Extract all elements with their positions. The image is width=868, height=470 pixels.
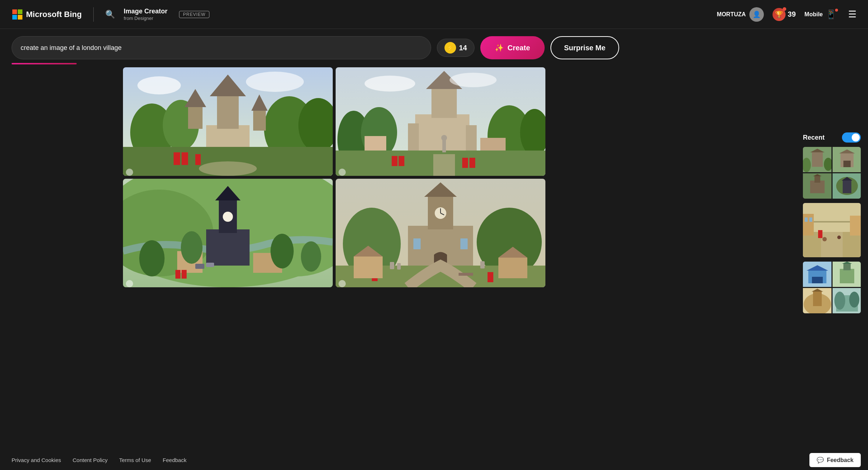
footer-content-policy[interactable]: Content Policy [73, 457, 108, 463]
svg-rect-61 [175, 270, 180, 279]
coins-count: 39 [788, 10, 796, 18]
svg-point-58 [181, 231, 203, 264]
image-cell-3[interactable] [123, 179, 333, 287]
svg-rect-79 [397, 263, 401, 270]
svg-point-132 [849, 292, 859, 308]
svg-rect-104 [843, 181, 851, 193]
recent-item-3[interactable] [803, 262, 861, 313]
preview-badge: PREVIEW [179, 11, 209, 18]
footer: Privacy and Cookies Content Policy Terms… [0, 450, 868, 470]
svg-point-59 [271, 234, 294, 268]
recent-toggle[interactable] [842, 132, 861, 143]
svg-rect-100 [814, 176, 820, 183]
svg-point-45 [450, 73, 497, 87]
svg-rect-83 [459, 273, 473, 276]
svg-rect-1 [18, 9, 22, 14]
recent-grid-item-4 [833, 173, 861, 199]
recent-grid-item-1 [803, 147, 831, 172]
svg-rect-18 [182, 152, 188, 165]
recent-item-2[interactable] [803, 203, 861, 257]
recent-grid-item-2 [833, 147, 861, 172]
svg-rect-120 [812, 277, 823, 283]
svg-rect-108 [803, 214, 814, 236]
header-left: Microsoft Bing 🔍 Image Creator from Desi… [12, 7, 209, 22]
feedback-icon: 💬 [817, 457, 824, 463]
header-right: MORTUZA 👤 🏆 39 Mobile 📱 ☰ [717, 7, 856, 22]
user-info[interactable]: MORTUZA 👤 [717, 7, 764, 22]
mobile-section[interactable]: Mobile 📱 [804, 9, 837, 20]
image-cell-4[interactable] [336, 179, 545, 287]
svg-rect-40 [462, 158, 468, 168]
recent-label: Recent [803, 134, 825, 141]
search-icon[interactable]: 🔍 [105, 10, 115, 19]
svg-rect-17 [174, 152, 180, 165]
bing-logo[interactable]: Microsoft Bing [12, 9, 82, 20]
footer-terms[interactable]: Terms of Use [119, 457, 151, 463]
svg-point-21 [137, 76, 181, 94]
image-cell-2[interactable] [336, 67, 545, 176]
svg-rect-39 [399, 156, 404, 166]
create-button[interactable]: ✨ Create [480, 36, 544, 59]
svg-rect-123 [843, 264, 851, 270]
svg-rect-115 [818, 230, 822, 238]
svg-point-44 [365, 76, 415, 92]
recent-item-1[interactable] [803, 147, 861, 199]
svg-rect-82 [488, 272, 493, 282]
mobile-icon: 📱 [826, 9, 837, 20]
create-label: Create [507, 44, 530, 52]
svg-rect-111 [850, 216, 861, 236]
surprise-me-button[interactable]: Surprise Me [550, 36, 619, 59]
footer-feedback-link[interactable]: Feedback [163, 457, 187, 463]
footer-feedback-button[interactable]: 💬 Feedback [809, 453, 861, 467]
svg-point-43 [441, 135, 447, 141]
image-creator-brand: Image Creator from Designer [124, 8, 167, 21]
svg-rect-75 [413, 238, 421, 249]
credits-pill: ⚡ 14 [437, 39, 475, 57]
image-creator-title: Image Creator [124, 8, 167, 16]
svg-rect-116 [814, 221, 850, 223]
image-creator-subtitle: from Designer [124, 16, 167, 21]
svg-rect-42 [442, 140, 446, 152]
svg-rect-122 [840, 269, 854, 283]
svg-rect-0 [12, 9, 17, 14]
coins-section[interactable]: 🏆 39 [773, 8, 796, 21]
bing-logo-text: Microsoft Bing [26, 10, 82, 19]
svg-rect-51 [206, 229, 250, 266]
tab-underline [12, 63, 77, 64]
search-bar-container: ⚡ 14 ✨ Create Surprise Me [0, 29, 868, 63]
images-grid [123, 67, 868, 287]
svg-point-131 [834, 292, 845, 310]
svg-point-88 [339, 280, 346, 287]
recent-grid-item-7 [803, 288, 831, 313]
recent-grid-item-3 [803, 173, 831, 199]
svg-point-20 [199, 161, 257, 176]
svg-rect-19 [195, 154, 201, 165]
svg-point-54 [223, 212, 233, 222]
svg-rect-80 [480, 261, 485, 268]
menu-button[interactable]: ☰ [848, 9, 856, 20]
right-sidebar: Recent [803, 132, 861, 318]
recent-grid-item-8 [833, 288, 861, 313]
image-cell-1[interactable] [123, 67, 333, 176]
svg-point-60 [301, 241, 321, 272]
svg-rect-84 [354, 257, 383, 278]
create-icon: ✨ [495, 43, 504, 52]
recent-header: Recent [803, 132, 861, 143]
feedback-label: Feedback [827, 457, 854, 463]
svg-rect-34 [408, 123, 419, 154]
search-input[interactable] [21, 44, 422, 52]
recent-grid-item-6 [833, 262, 861, 287]
svg-rect-10 [217, 96, 239, 129]
svg-rect-127 [813, 292, 822, 306]
header: Microsoft Bing 🔍 Image Creator from Desi… [0, 0, 868, 29]
svg-rect-76 [460, 238, 468, 249]
svg-rect-32 [431, 89, 457, 118]
footer-privacy[interactable]: Privacy and Cookies [12, 457, 61, 463]
svg-point-23 [126, 169, 133, 176]
svg-rect-41 [469, 158, 475, 168]
search-input-wrapper[interactable] [12, 36, 431, 59]
svg-rect-86 [498, 258, 527, 278]
recent-grid-item-5 [803, 262, 831, 287]
svg-rect-35 [466, 125, 477, 154]
svg-point-114 [837, 236, 841, 239]
